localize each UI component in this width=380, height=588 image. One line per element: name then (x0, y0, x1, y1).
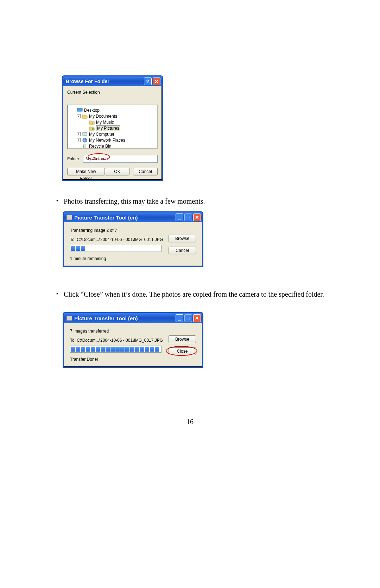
document-page: Browse For Folder ? ✕ Current Selection … (0, 0, 380, 588)
tree-item[interactable]: +My Network Places (69, 137, 156, 143)
progress-segment (91, 347, 95, 352)
svg-rect-0 (77, 108, 82, 111)
window-title: Browse For Folder (66, 79, 143, 84)
progress-segment (106, 347, 110, 352)
browse-for-folder-dialog: Browse For Folder ? ✕ Current Selection … (62, 75, 163, 181)
svg-rect-4 (83, 132, 87, 135)
progress-segment (96, 347, 100, 352)
titlebar[interactable]: Picture Transfer Tool (en) _ □ ✕ (64, 313, 202, 323)
desktop-icon (77, 108, 83, 113)
transfer-status: Transferring image 2 of 7 (70, 228, 169, 233)
tree-toggle-spacer (72, 108, 76, 112)
progress-segment (140, 347, 144, 352)
svg-rect-1 (79, 112, 81, 112)
svg-rect-5 (84, 136, 86, 136)
tree-item-label: Recycle Bin (89, 144, 111, 149)
maximize-icon: □ (184, 314, 192, 322)
current-selection-label: Current Selection (67, 90, 158, 95)
tree-item-label: My Documents (89, 114, 117, 119)
page-number: 16 (0, 418, 380, 426)
titlebar[interactable]: Browse For Folder ? ✕ (63, 76, 162, 86)
instruction-bullet: ▪ Photos transferring, this may take a f… (56, 197, 327, 206)
progress-segment (76, 347, 80, 352)
svg-rect-3 (92, 128, 94, 130)
browse-button[interactable]: Browse (169, 335, 196, 343)
progress-bar (70, 346, 162, 353)
progress-segment (115, 347, 120, 352)
tree-item-label: Desktop (84, 108, 100, 113)
progress-segment (145, 347, 149, 352)
progress-segment (81, 246, 85, 251)
progress-segment (76, 246, 80, 251)
transfer-status: 7 images transferred (70, 329, 169, 334)
progress-segment (86, 347, 90, 352)
instruction-bullet: ▪ Click “Close” when it’s done. The phot… (56, 290, 327, 299)
titlebar[interactable]: Picture Transfer Tool (en) _ □ ✕ (64, 212, 202, 222)
svg-point-2 (92, 123, 93, 124)
progress-segment (110, 347, 115, 352)
expand-icon[interactable]: + (77, 132, 81, 136)
folder-music-icon (89, 120, 95, 125)
instruction-text: Photos transferring, this may take a few… (64, 197, 205, 206)
instruction-text: Click “Close” when it’s done. The photos… (64, 290, 324, 299)
tree-item[interactable]: Desktop (69, 107, 156, 113)
folder-input[interactable] (83, 155, 158, 163)
network-icon (82, 138, 88, 143)
tree-toggle-spacer (84, 120, 88, 124)
recycle-icon (82, 144, 88, 149)
progress-segment (81, 347, 85, 352)
transfer-destination: To: C:\Docum...\2004-10-06 - 001\IMG_001… (70, 237, 169, 242)
make-new-folder-button[interactable]: Make New Folder (67, 168, 105, 175)
progress-segment (101, 347, 105, 352)
maximize-icon: □ (184, 213, 192, 221)
cancel-button[interactable]: Cancel (133, 168, 158, 175)
progress-segment (155, 347, 159, 352)
progress-segment (125, 347, 129, 352)
close-icon[interactable]: ✕ (193, 213, 201, 221)
tree-item[interactable]: Recycle Bin (69, 143, 156, 149)
computer-icon (82, 132, 88, 137)
progress-segment (150, 347, 154, 352)
minimize-icon[interactable]: _ (176, 213, 183, 221)
app-icon (66, 215, 72, 220)
close-icon[interactable]: ✕ (193, 314, 201, 322)
help-icon[interactable]: ? (144, 78, 152, 85)
ok-button[interactable]: OK (105, 168, 129, 175)
tree-item-label: My Music (96, 120, 114, 125)
expand-icon[interactable]: + (77, 138, 81, 142)
tree-item[interactable]: My Pictures (69, 125, 156, 131)
folder-pictures-icon (89, 126, 95, 131)
browse-button[interactable]: Browse (169, 235, 196, 242)
tree-item[interactable]: +My Computer (69, 131, 156, 137)
transfer-destination: To: C:\Docum...\2004-10-06 - 001\IMG_001… (70, 338, 169, 343)
close-icon[interactable]: ✕ (153, 78, 160, 85)
progress-segment (71, 347, 75, 352)
transfer-done-label: Transfer Done! (70, 357, 169, 362)
close-button[interactable]: Close (169, 347, 196, 355)
progress-segment (130, 347, 134, 352)
tree-item-label: My Computer (89, 132, 114, 137)
progress-segment (120, 347, 125, 352)
tree-item[interactable]: My Music (69, 119, 156, 125)
bullet-icon: ▪ (56, 197, 58, 205)
folder-tree[interactable]: Desktop-My DocumentsMy MusicMy Pictures+… (67, 105, 158, 149)
picture-transfer-dialog-done: Picture Transfer Tool (en) _ □ ✕ 7 image… (63, 312, 203, 368)
folder-field-label: Folder: (67, 156, 80, 161)
minimize-icon[interactable]: _ (176, 314, 183, 322)
tree-toggle-spacer (77, 144, 81, 148)
tree-item[interactable]: -My Documents (69, 113, 156, 119)
time-remaining: 1 minute remaining (70, 256, 169, 261)
progress-bar (70, 245, 162, 252)
picture-transfer-dialog-progress: Picture Transfer Tool (en) _ □ ✕ Transfe… (63, 211, 203, 267)
tree-toggle-spacer (84, 126, 88, 130)
collapse-icon[interactable]: - (77, 114, 81, 118)
bullet-icon: ▪ (56, 290, 58, 298)
window-title: Picture Transfer Tool (en) (74, 215, 175, 221)
tree-item-label: My Pictures (96, 125, 120, 131)
progress-segment (135, 347, 139, 352)
folder-icon (82, 114, 88, 119)
cancel-button[interactable]: Cancel (169, 247, 196, 254)
tree-item-label: My Network Places (89, 138, 125, 143)
window-title: Picture Transfer Tool (en) (74, 315, 175, 321)
app-icon (66, 316, 72, 321)
